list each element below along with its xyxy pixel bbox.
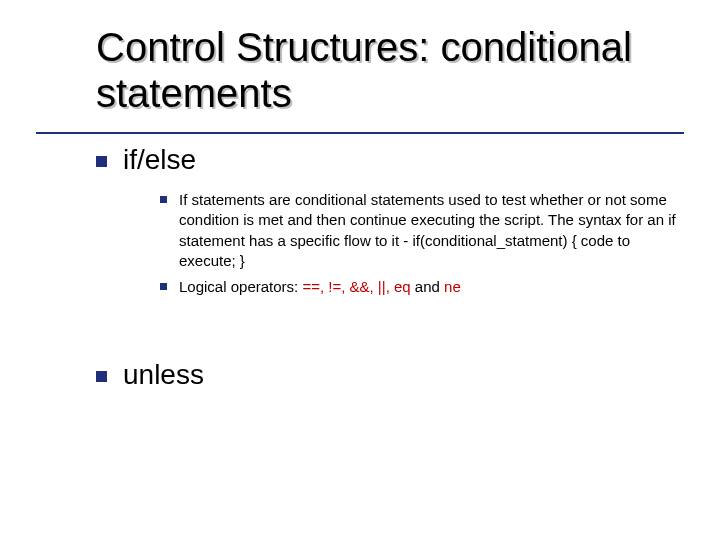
title-underline <box>36 132 684 134</box>
title-text: Control Structures: conditional statemen… <box>96 25 632 115</box>
ops-joiner: and <box>411 278 444 295</box>
square-bullet-icon <box>96 156 107 167</box>
item-text: Logical operators: ==, !=, &&, ||, eq an… <box>179 277 461 297</box>
ops-colored: ==, !=, &&, ||, eq <box>302 278 410 295</box>
square-bullet-icon <box>96 371 107 382</box>
list-item: If statements are conditional statements… <box>160 190 680 271</box>
ops-last: ne <box>444 278 461 295</box>
spacer <box>96 303 680 333</box>
section-label: unless <box>123 359 204 391</box>
square-bullet-icon <box>160 196 167 203</box>
page-title: Control Structures: conditional statemen… <box>96 24 680 116</box>
section-unless: unless <box>96 359 680 391</box>
ifelse-sublist: If statements are conditional statements… <box>160 190 680 297</box>
section-label: if/else <box>123 144 196 176</box>
section-ifelse: if/else <box>96 144 680 176</box>
square-bullet-icon <box>160 283 167 290</box>
ops-prefix: Logical operators: <box>179 278 302 295</box>
list-item: Logical operators: ==, !=, &&, ||, eq an… <box>160 277 680 297</box>
slide: Control Structures: conditional statemen… <box>0 0 720 540</box>
item-text: If statements are conditional statements… <box>179 190 680 271</box>
